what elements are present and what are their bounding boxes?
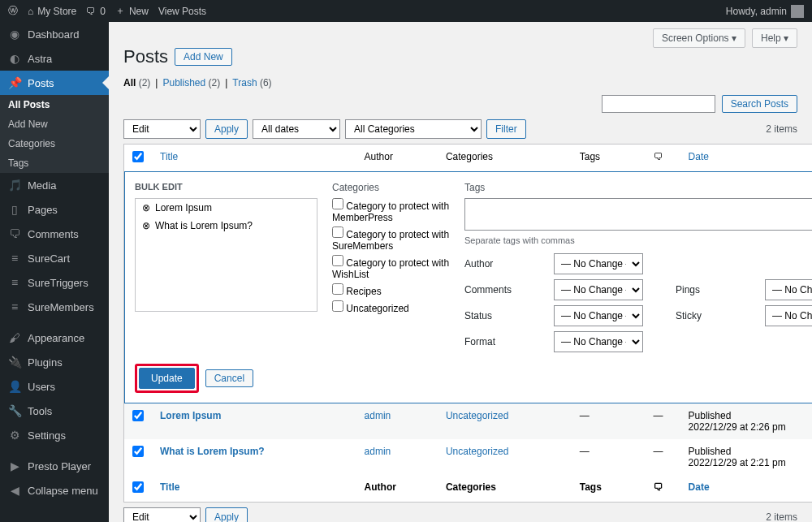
category-checkbox[interactable]: Category to protect with MemberPress bbox=[332, 198, 450, 223]
trigger-icon: ≡ bbox=[8, 276, 21, 289]
format-select[interactable]: — No Change — bbox=[554, 331, 643, 352]
table-row: Lorem Ipsum admin Uncategorized — — Publ… bbox=[124, 403, 813, 439]
menu-comments[interactable]: 🗨Comments bbox=[0, 222, 109, 246]
site-name-link[interactable]: ⌂My Store bbox=[28, 6, 76, 17]
remove-icon[interactable]: ⊗ bbox=[142, 220, 150, 231]
filter-button[interactable]: Filter bbox=[486, 119, 526, 139]
post-author-link[interactable]: admin bbox=[365, 446, 391, 457]
post-tags: — bbox=[572, 403, 637, 439]
row-checkbox[interactable] bbox=[132, 446, 144, 457]
remove-icon[interactable]: ⊗ bbox=[142, 202, 150, 214]
col-title[interactable]: Title bbox=[160, 151, 178, 162]
col-date-bottom[interactable]: Date bbox=[689, 481, 710, 493]
items-count-bottom: 2 items bbox=[766, 511, 797, 522]
comments-select[interactable]: — No Change — bbox=[554, 279, 643, 300]
wp-logo[interactable]: ⓦ bbox=[8, 4, 18, 18]
apply-button-bottom[interactable]: Apply bbox=[205, 507, 248, 522]
admin-bar: ⓦ ⌂My Store 🗨0 ＋New View Posts Howdy, ad… bbox=[0, 0, 812, 22]
category-checkbox[interactable]: Category to protect with WishList bbox=[332, 255, 450, 280]
col-categories-bottom: Categories bbox=[438, 475, 572, 503]
sticky-select[interactable]: — No Change — bbox=[765, 305, 812, 326]
bulk-action-select[interactable]: Edit bbox=[123, 119, 201, 139]
pings-select[interactable]: — No Change — bbox=[765, 279, 812, 300]
menu-pages[interactable]: ▯Pages bbox=[0, 197, 109, 222]
col-date[interactable]: Date bbox=[689, 151, 709, 162]
menu-appearance[interactable]: 🖌Appearance bbox=[0, 326, 109, 350]
wordpress-icon: ⓦ bbox=[8, 4, 18, 18]
submenu-categories[interactable]: Categories bbox=[0, 134, 109, 153]
row-checkbox[interactable] bbox=[132, 410, 144, 421]
select-all-checkbox[interactable] bbox=[132, 151, 144, 162]
comments-link[interactable]: 🗨0 bbox=[86, 6, 106, 17]
bulk-items-list: ⊗Lorem Ipsum ⊗What is Lorem Ipsum? bbox=[135, 198, 317, 312]
view-posts-link[interactable]: View Posts bbox=[158, 6, 206, 17]
menu-presto-player[interactable]: ▶Presto Player bbox=[0, 454, 109, 478]
comments-icon: 🗨 bbox=[654, 151, 663, 162]
post-date: Published2022/12/29 at 2:26 pm bbox=[680, 403, 812, 439]
apply-button[interactable]: Apply bbox=[205, 119, 248, 139]
col-title-bottom[interactable]: Title bbox=[160, 481, 179, 493]
status-filters: All (2) | Published (2) | Trash (6) bbox=[123, 77, 797, 88]
col-author: Author bbox=[356, 145, 438, 172]
astra-icon: ◐ bbox=[8, 52, 21, 65]
filter-published[interactable]: Published bbox=[162, 77, 205, 88]
menu-users[interactable]: 👤Users bbox=[0, 374, 109, 399]
bulk-action-select-bottom[interactable]: Edit bbox=[123, 507, 201, 522]
format-label: Format bbox=[464, 336, 529, 347]
menu-media[interactable]: 🎵Media bbox=[0, 173, 109, 197]
submenu-all-posts[interactable]: All Posts bbox=[0, 95, 109, 114]
post-author-link[interactable]: admin bbox=[365, 410, 391, 421]
post-title-link[interactable]: What is Lorem Ipsum? bbox=[160, 446, 265, 457]
submenu-tags[interactable]: Tags bbox=[0, 153, 109, 173]
post-category-link[interactable]: Uncategorized bbox=[446, 410, 508, 421]
new-content-link[interactable]: ＋New bbox=[115, 4, 149, 18]
bulk-item: ⊗Lorem Ipsum bbox=[136, 199, 317, 217]
categories-label: Categories bbox=[332, 182, 450, 193]
bulk-edit-panel: BULK EDIT ⊗Lorem Ipsum ⊗What is Lorem Ip… bbox=[124, 171, 812, 403]
menu-suretriggers[interactable]: ≡SureTriggers bbox=[0, 270, 109, 295]
menu-settings[interactable]: ⚙Settings bbox=[0, 423, 109, 447]
screen-options-button[interactable]: Screen Options ▾ bbox=[653, 28, 745, 48]
menu-tools[interactable]: 🔧Tools bbox=[0, 399, 109, 423]
sticky-label: Sticky bbox=[676, 310, 741, 321]
tags-input[interactable] bbox=[464, 198, 812, 231]
post-tags: — bbox=[572, 439, 637, 475]
menu-posts[interactable]: 📌Posts bbox=[0, 71, 109, 95]
category-checkbox[interactable]: Category to protect with SureMembers bbox=[332, 226, 450, 252]
update-button[interactable]: Update bbox=[139, 368, 195, 389]
media-icon: 🎵 bbox=[8, 179, 21, 192]
status-select[interactable]: — No Change — bbox=[554, 305, 643, 326]
cancel-button[interactable]: Cancel bbox=[205, 369, 253, 387]
post-category-link[interactable]: Uncategorized bbox=[446, 446, 508, 457]
menu-surecart[interactable]: ≡SureCart bbox=[0, 246, 109, 270]
col-tags-bottom: Tags bbox=[572, 475, 637, 503]
menu-plugins[interactable]: 🔌Plugins bbox=[0, 350, 109, 374]
category-checkbox[interactable]: Recipes bbox=[332, 283, 450, 297]
post-title-link[interactable]: Lorem Ipsum bbox=[160, 410, 221, 421]
user-icon: 👤 bbox=[8, 380, 21, 393]
search-posts-button[interactable]: Search Posts bbox=[722, 95, 797, 113]
col-categories: Categories bbox=[438, 145, 572, 172]
update-highlight: Update bbox=[135, 364, 199, 393]
collapse-menu[interactable]: ◀Collapse menu bbox=[0, 478, 109, 503]
help-button[interactable]: Help ▾ bbox=[752, 28, 797, 48]
date-filter-select[interactable]: All dates bbox=[253, 119, 340, 139]
posts-submenu: All Posts Add New Categories Tags bbox=[0, 95, 109, 173]
current-indicator-icon bbox=[102, 76, 109, 89]
search-input[interactable] bbox=[602, 95, 715, 113]
tags-hint: Separate tags with commas bbox=[464, 235, 812, 245]
menu-suremembers[interactable]: ≡SureMembers bbox=[0, 295, 109, 319]
howdy-link[interactable]: Howdy, admin bbox=[726, 5, 804, 18]
add-new-button[interactable]: Add New bbox=[175, 48, 232, 66]
author-select[interactable]: — No Change — bbox=[554, 253, 643, 274]
select-all-checkbox-bottom[interactable] bbox=[132, 481, 144, 493]
play-icon: ▶ bbox=[8, 459, 21, 472]
filter-trash[interactable]: Trash bbox=[232, 77, 257, 88]
main-content: Screen Options ▾ Help ▾ Posts Add New Al… bbox=[109, 22, 812, 522]
submenu-add-new[interactable]: Add New bbox=[0, 114, 109, 134]
category-filter-select[interactable]: All Categories bbox=[345, 119, 482, 139]
category-checkbox[interactable]: Uncategorized bbox=[332, 300, 450, 314]
menu-astra[interactable]: ◐Astra bbox=[0, 46, 109, 71]
filter-all[interactable]: All bbox=[123, 77, 136, 88]
menu-dashboard[interactable]: ◉Dashboard bbox=[0, 22, 109, 46]
